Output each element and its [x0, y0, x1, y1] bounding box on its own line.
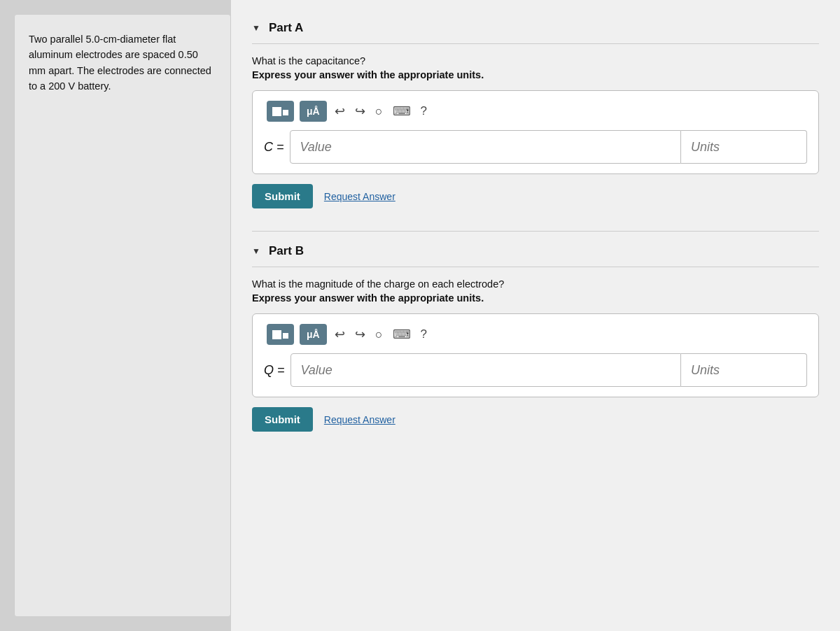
help-icon-a[interactable]: ? [419, 104, 429, 118]
help-icon-b[interactable]: ? [419, 327, 429, 341]
problem-description-panel: Two parallel 5.0-cm-diameter flat alumin… [14, 14, 231, 617]
refresh-icon-b[interactable]: ○ [373, 327, 385, 342]
part-a-toolbar: μÅ ↩ ↪ ○ ⌨ ? [264, 101, 807, 122]
template-button-b[interactable] [267, 324, 294, 345]
parts-divider [252, 231, 819, 232]
part-b-title: Part B [269, 244, 304, 258]
part-b-units-input[interactable] [681, 353, 807, 387]
chevron-down-icon-a: ▼ [252, 23, 260, 33]
part-b-question: What is the magnitude of the charge on e… [252, 278, 819, 290]
mu-button-b[interactable]: μÅ [300, 324, 327, 345]
undo-icon-a[interactable]: ↩ [332, 104, 347, 119]
part-b-header[interactable]: ▼ Part B [252, 237, 819, 267]
part-a-question: What is the capacitance? [252, 55, 819, 66]
part-a-express: Express your answer with the appropriate… [252, 69, 819, 80]
right-panel: ▼ Part A What is the capacitance? Expres… [231, 0, 840, 631]
template-button-a[interactable] [267, 101, 294, 122]
part-b-section: ▼ Part B What is the magnitude of the ch… [252, 237, 819, 443]
part-a-actions: Submit Request Answer [252, 184, 819, 208]
part-b-variable-label: Q = [264, 363, 285, 378]
keyboard-icon-b[interactable]: ⌨ [391, 327, 413, 342]
part-a-answer-box: μÅ ↩ ↪ ○ ⌨ ? C = [252, 90, 819, 174]
part-b-answer-box: μÅ ↩ ↪ ○ ⌨ ? Q = [252, 313, 819, 397]
part-a-value-input[interactable] [290, 130, 681, 164]
mu-button-a[interactable]: μÅ [300, 101, 327, 122]
part-b-express: Express your answer with the appropriate… [252, 292, 819, 304]
redo-icon-b[interactable]: ↪ [353, 327, 368, 342]
part-a-variable-label: C = [264, 140, 284, 155]
part-a-section: ▼ Part A What is the capacitance? Expres… [252, 14, 819, 220]
template-icon-a [272, 107, 288, 116]
part-b-submit-button[interactable]: Submit [252, 407, 313, 432]
part-a-body: What is the capacitance? Express your an… [252, 43, 819, 220]
part-a-input-row: C = [264, 130, 807, 164]
part-a-title: Part A [269, 21, 303, 35]
redo-icon-a[interactable]: ↪ [353, 104, 368, 119]
refresh-icon-a[interactable]: ○ [373, 104, 385, 119]
part-b-toolbar: μÅ ↩ ↪ ○ ⌨ ? [264, 324, 807, 345]
part-b-body: What is the magnitude of the charge on e… [252, 267, 819, 443]
undo-icon-b[interactable]: ↩ [332, 327, 347, 342]
problem-text: Two parallel 5.0-cm-diameter flat alumin… [29, 31, 216, 94]
part-a-submit-button[interactable]: Submit [252, 184, 313, 208]
part-a-units-input[interactable] [681, 130, 807, 164]
part-b-request-answer-link[interactable]: Request Answer [324, 414, 396, 425]
chevron-down-icon-b: ▼ [252, 246, 260, 256]
keyboard-icon-a[interactable]: ⌨ [391, 104, 413, 119]
part-a-request-answer-link[interactable]: Request Answer [324, 191, 396, 202]
part-b-value-input[interactable] [290, 353, 681, 387]
template-icon-b [272, 330, 288, 339]
part-b-input-row: Q = [264, 353, 807, 387]
part-a-header[interactable]: ▼ Part A [252, 14, 819, 43]
part-b-actions: Submit Request Answer [252, 407, 819, 432]
